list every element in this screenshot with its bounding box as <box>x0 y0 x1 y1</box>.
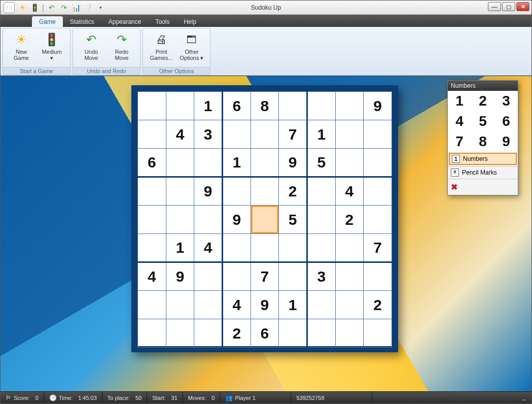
cell-r5-c8[interactable]: 7 <box>364 234 392 262</box>
status-resize-grip[interactable]: ⣀ <box>517 392 531 403</box>
cell-r1-c8[interactable] <box>364 120 392 149</box>
cell-r4-c7[interactable]: 2 <box>335 206 364 234</box>
sudoku-grid[interactable]: 1689437161959249521474973491226 <box>137 91 392 348</box>
cell-r2-c7[interactable] <box>335 149 364 177</box>
cell-r5-c3[interactable] <box>222 234 251 262</box>
cell-r7-c7[interactable] <box>335 291 364 319</box>
cell-r5-c6[interactable] <box>307 234 335 262</box>
cell-r2-c1[interactable] <box>166 149 194 177</box>
cell-r4-c3[interactable]: 9 <box>222 206 251 234</box>
stats-icon[interactable]: 📊 <box>72 3 81 12</box>
cell-r4-c8[interactable] <box>364 206 392 234</box>
cell-r6-c5[interactable] <box>279 262 307 291</box>
cell-r5-c2[interactable]: 4 <box>194 234 223 262</box>
cell-r0-c4[interactable]: 8 <box>251 92 279 120</box>
cell-r0-c3[interactable]: 6 <box>222 92 251 120</box>
tab-tools[interactable]: Tools <box>148 16 176 27</box>
cell-r4-c2[interactable] <box>194 206 223 234</box>
cell-r2-c8[interactable] <box>364 149 392 177</box>
cell-r6-c2[interactable] <box>194 262 223 291</box>
cell-r3-c2[interactable]: 9 <box>194 177 223 206</box>
palette-num-6[interactable]: 6 <box>494 111 518 131</box>
cell-r2-c6[interactable]: 5 <box>307 149 335 177</box>
cell-r1-c7[interactable] <box>335 120 364 149</box>
cell-r1-c0[interactable] <box>138 120 166 149</box>
cell-r3-c3[interactable] <box>222 177 251 206</box>
cell-r4-c1[interactable] <box>166 206 194 234</box>
cell-r5-c7[interactable] <box>335 234 364 262</box>
cell-r5-c5[interactable] <box>279 234 307 262</box>
mode-numbers-button[interactable]: 1 Numbers <box>449 153 517 165</box>
difficulty-button[interactable]: 🚦 Medium▾ <box>37 30 67 67</box>
mode-pencil-button[interactable]: ⠿ Pencil Marks <box>448 166 518 179</box>
cell-r1-c1[interactable]: 4 <box>166 120 194 149</box>
cell-r3-c8[interactable] <box>364 177 392 206</box>
palette-num-2[interactable]: 2 <box>471 91 494 111</box>
cell-r3-c4[interactable] <box>251 177 279 206</box>
cell-r1-c2[interactable]: 3 <box>194 120 223 149</box>
palette-num-1[interactable]: 1 <box>448 91 471 111</box>
new-game-icon[interactable]: ☀ <box>18 3 27 12</box>
tab-game[interactable]: Game <box>32 16 63 27</box>
cell-r3-c5[interactable]: 2 <box>279 177 307 206</box>
cell-r0-c1[interactable] <box>166 92 194 120</box>
cell-r5-c0[interactable] <box>138 234 166 262</box>
tab-help[interactable]: Help <box>176 16 203 27</box>
cell-r8-c4[interactable]: 6 <box>251 319 279 348</box>
minimize-button[interactable]: — <box>488 2 501 11</box>
close-button[interactable]: ✕ <box>516 2 529 11</box>
cell-r6-c3[interactable] <box>222 262 251 291</box>
palette-num-7[interactable]: 7 <box>448 131 471 152</box>
cell-r8-c1[interactable] <box>166 319 194 348</box>
qat-dropdown-icon[interactable]: ▾ <box>96 3 105 12</box>
cell-r8-c6[interactable] <box>307 319 335 348</box>
cell-r6-c1[interactable]: 9 <box>166 262 194 291</box>
cell-r1-c3[interactable] <box>222 120 251 149</box>
cell-r0-c7[interactable] <box>335 92 364 120</box>
cell-r1-c5[interactable]: 7 <box>279 120 307 149</box>
cell-r6-c0[interactable]: 4 <box>138 262 166 291</box>
maximize-button[interactable]: ▢ <box>502 2 515 11</box>
erase-button[interactable]: ✖ <box>448 179 518 195</box>
redo-button[interactable]: ↷ Redo Move <box>107 30 137 67</box>
tab-appearance[interactable]: Appearance <box>101 16 149 27</box>
cell-r8-c5[interactable] <box>279 319 307 348</box>
cell-r4-c4[interactable] <box>251 206 279 234</box>
cell-r0-c6[interactable] <box>307 92 335 120</box>
palette-num-9[interactable]: 9 <box>494 131 518 152</box>
palette-num-3[interactable]: 3 <box>494 91 518 111</box>
cell-r0-c8[interactable]: 9 <box>364 92 392 120</box>
cell-r0-c5[interactable] <box>279 92 307 120</box>
cell-r6-c6[interactable]: 3 <box>307 262 335 291</box>
cell-r5-c4[interactable] <box>251 234 279 262</box>
palette-num-8[interactable]: 8 <box>471 131 494 152</box>
redo-icon[interactable]: ↷ <box>59 3 68 12</box>
cell-r7-c1[interactable] <box>166 291 194 319</box>
cell-r7-c6[interactable] <box>307 291 335 319</box>
cell-r3-c6[interactable] <box>307 177 335 206</box>
cell-r0-c0[interactable] <box>138 92 166 120</box>
cell-r7-c8[interactable]: 2 <box>364 291 392 319</box>
cell-r6-c4[interactable]: 7 <box>251 262 279 291</box>
cell-r2-c4[interactable] <box>251 149 279 177</box>
print-button[interactable]: 🖨 Print Games... <box>146 30 176 67</box>
cell-r8-c8[interactable] <box>364 319 392 348</box>
cell-r3-c0[interactable] <box>138 177 166 206</box>
undo-icon[interactable]: ↶ <box>47 3 56 12</box>
palette-num-4[interactable]: 4 <box>448 111 471 131</box>
cell-r3-c1[interactable] <box>166 177 194 206</box>
cell-r7-c0[interactable] <box>138 291 166 319</box>
cell-r4-c6[interactable] <box>307 206 335 234</box>
undo-button[interactable]: ↶ Undo Move <box>76 30 107 67</box>
difficulty-icon[interactable]: 🚦 <box>30 3 39 12</box>
cell-r7-c3[interactable]: 4 <box>222 291 251 319</box>
tab-statistics[interactable]: Statistics <box>63 16 101 27</box>
cell-r7-c4[interactable]: 9 <box>251 291 279 319</box>
cell-r2-c2[interactable] <box>194 149 223 177</box>
cell-r1-c6[interactable]: 1 <box>307 120 335 149</box>
new-game-button[interactable]: ☀ New Game <box>6 30 37 67</box>
cell-r5-c1[interactable]: 1 <box>166 234 194 262</box>
cell-r7-c2[interactable] <box>194 291 223 319</box>
cell-r2-c5[interactable]: 9 <box>279 149 307 177</box>
cell-r0-c2[interactable]: 1 <box>194 92 223 120</box>
